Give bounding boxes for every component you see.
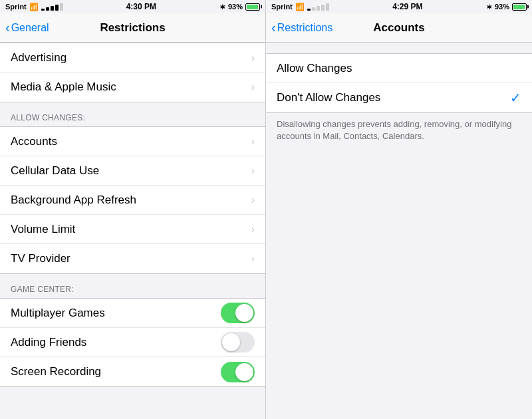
row-volume-limit[interactable]: Volume Limit › [0,215,265,244]
header-allow-changes: ALLOW CHANGES: [0,102,265,126]
back-button-right[interactable]: ‹ Restrictions [271,21,332,34]
carrier-left: Sprint [5,3,27,11]
row-accounts[interactable]: Accounts › [0,127,265,156]
battery-percent-right: 93% [495,3,509,11]
status-left-right: Sprint 📶 [271,3,329,11]
time-left: 4:30 PM [126,2,156,11]
label-allow-changes: Allow Changes [277,62,521,75]
chevron-media: › [251,81,255,93]
status-bar-left: Sprint 📶 4:30 PM ∗ 93% [0,0,265,13]
label-media-apple-music: Media & Apple Music [11,80,251,94]
row-dont-allow-changes[interactable]: Don't Allow Changes ✓ [266,83,532,112]
back-label-left: General [11,22,49,34]
chevron-cellular: › [251,165,255,177]
row-allow-changes[interactable]: Allow Changes [266,54,532,83]
label-adding-friends: Adding Friends [11,336,221,349]
label-background-app-refresh: Background App Refresh [11,194,251,207]
status-right-right: ∗ 93% [486,3,527,11]
back-chevron-left: ‹ [5,21,10,34]
toggle-screen-recording[interactable] [221,362,255,382]
label-dont-allow-changes: Don't Allow Changes [277,91,510,104]
header-game-center: GAME CENTER: [0,274,265,298]
toggle-thumb-friends [222,333,240,351]
chevron-advertising: › [251,52,255,64]
label-tv-provider: TV Provider [11,252,251,265]
chevron-tv: › [251,253,255,265]
back-button-left[interactable]: ‹ General [5,21,49,34]
row-screen-recording: Screen Recording [0,357,265,386]
section-top: Advertising › Media & Apple Music › [0,43,265,102]
toggle-thumb-multiplayer [235,304,253,322]
row-adding-friends: Adding Friends [0,328,265,357]
chevron-volume: › [251,223,255,235]
section-allow-changes: ALLOW CHANGES: Accounts › Cellular Data … [0,102,265,274]
signal-dots-right [307,3,329,11]
footer-accounts: Disallowing changes prevents adding, rem… [266,113,532,153]
status-right-left: ∗ 93% [219,3,260,11]
checkmark-dont-allow: ✓ [510,90,521,106]
table-group-game-center: Multiplayer Games Adding Friends Screen … [0,298,265,387]
toggle-adding-friends[interactable] [221,332,255,352]
nav-title-left: Restrictions [100,21,165,35]
left-panel: Sprint 📶 4:30 PM ∗ 93% ‹ General Restric… [0,0,266,419]
battery-left [245,3,260,11]
label-multiplayer-games: Multiplayer Games [11,307,221,320]
row-advertising[interactable]: Advertising › [0,43,265,72]
battery-right [512,3,527,11]
label-cellular-data-use: Cellular Data Use [11,164,251,178]
nav-bar-left: ‹ General Restrictions [0,13,265,43]
row-tv-provider[interactable]: TV Provider › [0,244,265,273]
label-screen-recording: Screen Recording [11,365,221,378]
battery-percent-left: 93% [228,3,243,11]
right-panel: Sprint 📶 4:29 PM ∗ 93% ‹ Restrictions Ac… [266,0,532,419]
label-volume-limit: Volume Limit [11,223,251,236]
nav-title-right: Accounts [373,21,424,35]
row-multiplayer-games: Multiplayer Games [0,299,265,328]
label-advertising: Advertising [11,51,251,65]
back-chevron-right: ‹ [271,21,276,34]
table-group-top: Advertising › Media & Apple Music › [0,43,265,102]
back-label-right: Restrictions [277,22,333,34]
row-cellular-data-use[interactable]: Cellular Data Use › [0,156,265,186]
scroll-content-right: Allow Changes Don't Allow Changes ✓ Disa… [266,43,532,419]
wifi-icon-right: 📶 [295,3,305,11]
chevron-bg-refresh: › [251,194,255,206]
row-background-app-refresh[interactable]: Background App Refresh › [0,186,265,215]
scroll-content-left: Advertising › Media & Apple Music › ALLO… [0,43,265,419]
status-left: Sprint 📶 [5,3,63,11]
table-group-accounts-options: Allow Changes Don't Allow Changes ✓ [266,53,532,113]
chevron-accounts: › [251,136,255,148]
status-bar-right: Sprint 📶 4:29 PM ∗ 93% [266,0,532,13]
time-right: 4:29 PM [392,2,422,11]
toggle-multiplayer-games[interactable] [221,303,255,323]
table-group-allow-changes: Accounts › Cellular Data Use › Backgroun… [0,126,265,274]
section-game-center: GAME CENTER: Multiplayer Games Adding Fr… [0,274,265,387]
nav-bar-right: ‹ Restrictions Accounts [266,13,532,43]
carrier-right: Sprint [271,3,293,11]
bluetooth-icon-right: ∗ [486,3,492,11]
signal-dots-left [41,3,63,11]
label-accounts: Accounts [11,135,251,148]
bluetooth-icon-left: ∗ [219,3,225,11]
toggle-thumb-recording [235,363,253,381]
row-media-apple-music[interactable]: Media & Apple Music › [0,72,265,102]
wifi-icon-left: 📶 [29,3,39,11]
